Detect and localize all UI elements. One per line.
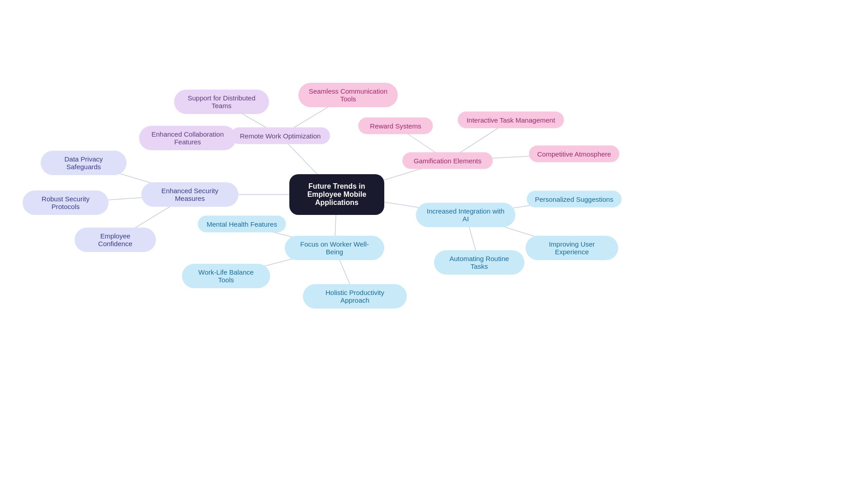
node-center[interactable]: Future Trends in Employee Mobile Applica… bbox=[289, 174, 384, 215]
node-work-life[interactable]: Work-Life Balance Tools bbox=[182, 264, 270, 288]
node-gamification[interactable]: Gamification Elements bbox=[402, 152, 493, 169]
node-robust-security[interactable]: Robust Security Protocols bbox=[23, 190, 108, 215]
mindmap-container: Future Trends in Employee Mobile Applica… bbox=[0, 0, 868, 490]
node-focus-wellbeing[interactable]: Focus on Worker Well-Being bbox=[285, 236, 384, 260]
node-seamless-comm[interactable]: Seamless Communication Tools bbox=[298, 83, 398, 107]
node-enhanced-collab[interactable]: Enhanced Collaboration Features bbox=[139, 126, 236, 150]
node-competitive[interactable]: Competitive Atmosphere bbox=[529, 146, 619, 162]
node-interactive-task[interactable]: Interactive Task Management bbox=[458, 112, 564, 128]
node-employee-confidence[interactable]: Employee Confidence bbox=[75, 228, 156, 252]
node-enhanced-security[interactable]: Enhanced Security Measures bbox=[142, 182, 239, 207]
node-support-distributed[interactable]: Support for Distributed Teams bbox=[174, 90, 269, 114]
node-personalized[interactable]: Personalized Suggestions bbox=[527, 191, 622, 208]
node-holistic[interactable]: Holistic Productivity Approach bbox=[303, 284, 407, 309]
node-mental-health[interactable]: Mental Health Features bbox=[198, 216, 286, 233]
node-improving-ux[interactable]: Improving User Experience bbox=[526, 236, 618, 260]
node-remote-work[interactable]: Remote Work Optimization bbox=[231, 128, 330, 144]
node-automating[interactable]: Automating Routine Tasks bbox=[434, 250, 524, 275]
node-data-privacy[interactable]: Data Privacy Safeguards bbox=[41, 151, 127, 175]
node-reward-systems[interactable]: Reward Systems bbox=[359, 118, 433, 134]
node-increased-ai[interactable]: Increased Integration with AI bbox=[416, 203, 515, 227]
